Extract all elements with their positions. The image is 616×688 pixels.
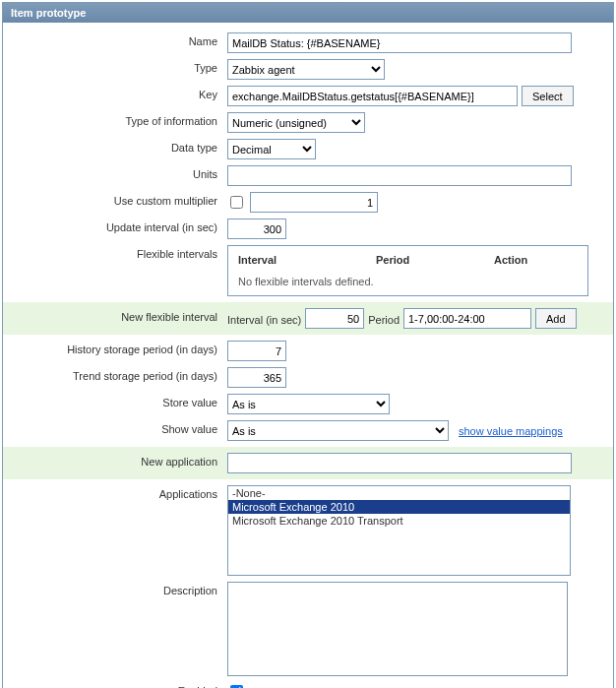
label-data-type: Data type	[11, 139, 227, 154]
applications-option[interactable]: -None-	[228, 486, 570, 500]
label-apps: Applications	[11, 485, 227, 500]
label-update-int: Update interval (in sec)	[11, 219, 227, 233]
label-flex-int: Flexible intervals	[11, 245, 227, 260]
col-action: Action	[494, 254, 578, 266]
flex-empty-msg: No flexible intervals defined.	[238, 276, 578, 287]
trend-input[interactable]	[227, 367, 286, 388]
label-store-value: Store value	[11, 394, 227, 408]
flexible-intervals-box: Interval Period Action No flexible inter…	[227, 245, 588, 296]
label-use-mult: Use custom multiplier	[11, 192, 227, 207]
history-input[interactable]	[227, 341, 286, 361]
label-units: Units	[11, 165, 227, 180]
panel-title: Item prototype	[3, 3, 613, 23]
units-input[interactable]	[227, 165, 572, 186]
label-period: Period	[368, 311, 400, 326]
mult-value-input[interactable]	[250, 192, 378, 213]
show-value-select[interactable]: As is	[227, 420, 449, 441]
applications-listbox[interactable]: -None-Microsoft Exchange 2010Microsoft E…	[227, 485, 571, 576]
applications-option[interactable]: Microsoft Exchange 2010	[228, 500, 570, 514]
new-flex-period-input[interactable]	[403, 308, 531, 329]
info-type-select[interactable]: Numeric (unsigned)	[227, 112, 365, 133]
col-period: Period	[376, 254, 494, 266]
applications-option[interactable]: Microsoft Exchange 2010 Transport	[228, 514, 570, 528]
store-value-select[interactable]: As is	[227, 394, 390, 414]
col-interval: Interval	[238, 254, 376, 266]
label-trend: Trend storage period (in days)	[11, 367, 227, 382]
label-interval-sec: Interval (in sec)	[227, 311, 301, 326]
label-info-type: Type of information	[11, 112, 227, 127]
label-new-flex: New flexible interval	[11, 308, 227, 323]
label-desc: Description	[11, 582, 227, 596]
add-button[interactable]: Add	[535, 308, 577, 329]
type-select[interactable]: Zabbix agent	[227, 59, 385, 80]
show-mappings-link[interactable]: show value mappings	[459, 425, 563, 437]
label-enabled: Enabled	[11, 682, 227, 688]
label-show-value: Show value	[11, 420, 227, 435]
label-key: Key	[11, 86, 227, 100]
key-input[interactable]	[227, 86, 518, 106]
label-new-app: New application	[11, 453, 227, 468]
name-input[interactable]	[227, 32, 572, 53]
select-button[interactable]: Select	[522, 86, 574, 106]
update-int-input[interactable]	[227, 219, 286, 239]
use-mult-checkbox[interactable]	[230, 196, 243, 209]
new-app-input[interactable]	[227, 453, 572, 473]
label-history: History storage period (in days)	[11, 341, 227, 355]
new-flex-sec-input[interactable]	[305, 308, 364, 329]
item-prototype-panel: Item prototype Name Type Zabbix agent Ke…	[2, 2, 614, 688]
label-type: Type	[11, 59, 227, 74]
data-type-select[interactable]: Decimal	[227, 139, 316, 159]
label-name: Name	[11, 32, 227, 47]
description-textarea[interactable]	[227, 582, 568, 676]
